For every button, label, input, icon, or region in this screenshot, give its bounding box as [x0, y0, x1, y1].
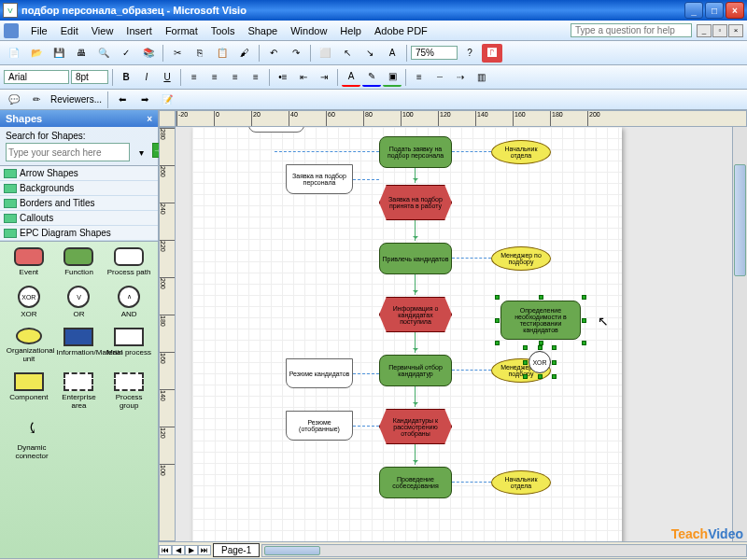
- menu-insert[interactable]: Insert: [120, 22, 159, 39]
- line-ends-button[interactable]: ⇢: [451, 68, 470, 87]
- node-function[interactable]: Привлечь кандидатов: [379, 243, 452, 274]
- connector[interactable]: [415, 332, 416, 353]
- prev-button[interactable]: ⬅: [112, 91, 133, 109]
- menu-adobepdf[interactable]: Adobe PDF: [368, 22, 434, 39]
- paste-button[interactable]: 📋: [212, 44, 233, 63]
- menu-shape[interactable]: Shape: [241, 22, 284, 39]
- connector-dashed[interactable]: [452, 151, 491, 152]
- bullets-button[interactable]: •≡: [274, 68, 292, 87]
- format-painter-button[interactable]: 🖌: [234, 44, 255, 63]
- node-function[interactable]: Проведение собеседования: [379, 467, 452, 498]
- shape-process-path[interactable]: Process path: [106, 247, 151, 276]
- cut-button[interactable]: ✂: [167, 44, 188, 63]
- menu-tools[interactable]: Tools: [204, 22, 242, 39]
- align-left-button[interactable]: ≡: [185, 68, 204, 87]
- scrollbar-thumb[interactable]: [734, 164, 746, 276]
- shape-enterprise-area[interactable]: Enterprise area: [56, 372, 101, 410]
- vertical-scrollbar[interactable]: [732, 127, 747, 541]
- reviewers-dropdown[interactable]: Reviewers...: [49, 91, 104, 109]
- horizontal-ruler[interactable]: -20020406080100120140160180200: [176, 110, 747, 127]
- bold-button[interactable]: B: [117, 68, 135, 87]
- spell-button[interactable]: ✓: [116, 44, 136, 63]
- connector-dashed[interactable]: [452, 482, 491, 483]
- italic-button[interactable]: I: [137, 68, 156, 87]
- search-dropdown-icon[interactable]: ▾: [132, 143, 150, 161]
- node-event[interactable]: Заявка на подбор принята в работу: [379, 185, 452, 220]
- doc-restore[interactable]: ▫: [712, 24, 727, 37]
- track-button[interactable]: 📝: [157, 91, 177, 109]
- minimize-button[interactable]: _: [684, 2, 703, 19]
- stencil-item[interactable]: Borders and Titles: [0, 196, 158, 211]
- pointer-button[interactable]: ↖: [337, 44, 358, 63]
- connector[interactable]: [415, 274, 416, 295]
- connector-dashed[interactable]: [275, 151, 379, 152]
- connector-dashed[interactable]: [353, 179, 379, 180]
- help-button[interactable]: ?: [459, 44, 480, 63]
- shapes-button[interactable]: ⬜: [315, 44, 335, 63]
- scrollbar-thumb[interactable]: [264, 546, 320, 555]
- node-doc[interactable]: Заявка на подбор персонала: [286, 164, 353, 194]
- menu-help[interactable]: Help: [333, 22, 368, 39]
- tab-first-button[interactable]: ⏮: [159, 545, 172, 555]
- indent-dec-button[interactable]: ⇤: [294, 68, 313, 87]
- maximize-button[interactable]: □: [705, 2, 724, 19]
- new-button[interactable]: 📄: [4, 44, 24, 63]
- node-doc[interactable]: Резюме (отобранные): [286, 411, 353, 441]
- stencil-item[interactable]: Backgrounds: [0, 181, 158, 196]
- shape-process-group[interactable]: Process group: [106, 372, 151, 410]
- line-pattern-button[interactable]: ┄: [430, 68, 449, 87]
- connector-dashed[interactable]: [452, 258, 491, 259]
- stencil-item[interactable]: Arrow Shapes: [0, 166, 158, 181]
- connector[interactable]: [415, 220, 416, 241]
- menu-edit[interactable]: Edit: [54, 22, 85, 39]
- underline-button[interactable]: U: [158, 68, 176, 87]
- theme-button[interactable]: ▥: [472, 68, 490, 87]
- shape-event[interactable]: Event: [7, 247, 51, 276]
- node-event[interactable]: Кандидатуры к рассмотрению отобраны: [379, 409, 452, 444]
- node-function[interactable]: Первичный отбор кандидатур: [379, 355, 452, 386]
- font-color-button[interactable]: A: [342, 68, 360, 87]
- node-org-unit[interactable]: Менеджер по подбору: [491, 246, 551, 271]
- connector[interactable]: [415, 386, 416, 407]
- close-button[interactable]: ×: [726, 2, 744, 19]
- save-button[interactable]: 💾: [49, 44, 69, 63]
- menu-format[interactable]: Format: [159, 22, 204, 39]
- node-doc[interactable]: [248, 127, 304, 133]
- connector[interactable]: [415, 444, 416, 465]
- align-center-button[interactable]: ≡: [205, 68, 224, 87]
- line-weight-button[interactable]: ≡: [410, 68, 429, 87]
- connector[interactable]: [415, 168, 416, 183]
- research-button[interactable]: 📚: [138, 44, 159, 63]
- help-input[interactable]: [571, 23, 692, 37]
- stencil-item[interactable]: Callouts: [0, 211, 158, 226]
- connector-dashed[interactable]: [353, 373, 379, 374]
- horizontal-scrollbar[interactable]: [261, 544, 747, 557]
- menu-file[interactable]: File: [24, 22, 54, 39]
- node-doc[interactable]: Резюме кандидатов: [286, 358, 353, 388]
- vertical-ruler[interactable]: 280260240220200180160140120100: [159, 127, 176, 541]
- page[interactable]: Подать заявку на подбор персонала Началь…: [192, 127, 622, 541]
- tab-prev-button[interactable]: ◀: [172, 545, 185, 555]
- shape-function[interactable]: Function: [56, 247, 101, 276]
- shape-xor[interactable]: XORXOR: [7, 286, 51, 318]
- node-org-unit[interactable]: Начальник отдела: [491, 140, 551, 164]
- shape-component[interactable]: Component: [7, 372, 51, 410]
- menu-view[interactable]: View: [85, 22, 120, 39]
- text-button[interactable]: A: [382, 44, 402, 63]
- pdf-button[interactable]: 🅿: [482, 44, 502, 63]
- doc-close[interactable]: ×: [728, 24, 743, 37]
- sidebar-close-icon[interactable]: ×: [147, 114, 152, 124]
- indent-inc-button[interactable]: ⇥: [315, 68, 333, 87]
- ink-button[interactable]: ✏: [26, 91, 47, 109]
- node-event[interactable]: Информация о кандидатах поступила: [379, 297, 452, 332]
- zoom-input[interactable]: [411, 46, 458, 60]
- menu-window[interactable]: Window: [284, 22, 333, 39]
- shape-org-unit[interactable]: Organizational unit: [7, 328, 51, 363]
- preview-button[interactable]: 🔍: [93, 44, 114, 63]
- tab-next-button[interactable]: ▶: [185, 545, 198, 555]
- shape-info-material[interactable]: Information/Material: [56, 328, 101, 363]
- align-justify-button[interactable]: ≡: [247, 68, 265, 87]
- shape-dynamic-connector[interactable]: Dynamic connector: [9, 419, 54, 460]
- tab-last-button[interactable]: ⏭: [198, 545, 211, 555]
- open-button[interactable]: 📂: [26, 44, 47, 63]
